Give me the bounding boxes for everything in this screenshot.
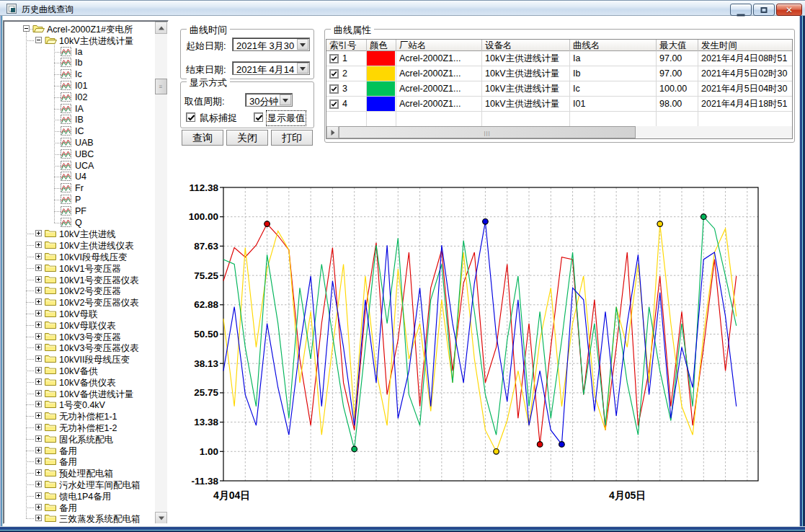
tree-item[interactable]: U4: [4, 171, 159, 182]
table-header-3[interactable]: 设备名: [482, 40, 570, 51]
tree-expander-plus[interactable]: [35, 481, 42, 487]
tree-item[interactable]: Ib: [4, 57, 159, 68]
table-header-5[interactable]: 最大值: [657, 40, 698, 51]
tree-scrollbar[interactable]: ≡: [155, 22, 167, 524]
tree-expander-plus[interactable]: [35, 447, 42, 453]
tree-item[interactable]: 污水处理车间配电箱: [4, 479, 159, 490]
tree-item[interactable]: 10kV2号变压器仪表: [4, 296, 159, 308]
tree-expander-plus[interactable]: [35, 241, 42, 248]
tree-expander-plus[interactable]: [35, 390, 42, 396]
tree-expander-plus[interactable]: [35, 344, 42, 350]
tree-expander-plus[interactable]: [35, 265, 42, 271]
tree-item[interactable]: 10kV备供: [4, 365, 159, 376]
tree-expander-plus[interactable]: [35, 401, 42, 407]
end-date-combo[interactable]: 2021年 4月14: [232, 61, 310, 75]
tree-item[interactable]: IA: [4, 103, 159, 115]
tree-item[interactable]: Q: [4, 217, 159, 229]
maximize-button[interactable]: [753, 4, 775, 16]
tree-expander-plus[interactable]: [35, 424, 42, 430]
tree-item[interactable]: 10kV3号变压器仪表: [4, 342, 159, 353]
start-date-combo[interactable]: 2021年 3月30: [232, 37, 310, 51]
row-checkbox[interactable]: [329, 54, 339, 63]
tree-expander-plus[interactable]: [35, 469, 42, 476]
table-header-4[interactable]: 曲线名: [570, 40, 657, 51]
period-combo[interactable]: 30分钟: [245, 93, 293, 107]
tree-item[interactable]: P: [4, 194, 159, 205]
tree-expander-plus[interactable]: [35, 322, 42, 328]
tree-item[interactable]: 10kV2号变压器: [4, 285, 159, 296]
end-date-dropdown-button[interactable]: [297, 63, 308, 74]
tree-item[interactable]: 10kVI段母线压变: [4, 251, 159, 262]
tree-item[interactable]: 10kV1号变压器: [4, 262, 159, 274]
tree-expander-plus[interactable]: [35, 504, 42, 510]
tree-item[interactable]: 馈电1P4备用: [4, 490, 159, 502]
mouse-capture-checkbox[interactable]: [186, 112, 195, 122]
tree-item[interactable]: 无功补偿柜1-2: [4, 422, 159, 433]
scroll-right-button[interactable]: [326, 126, 339, 138]
tree-item[interactable]: Acrel-2000Z1#变电所: [4, 23, 159, 35]
close-button[interactable]: ✕: [776, 4, 802, 16]
hscrollbar-thumb[interactable]: |||: [339, 126, 636, 138]
tree-expander-plus[interactable]: [35, 298, 42, 305]
tree-item[interactable]: 备用: [4, 456, 159, 467]
tree-item[interactable]: 备用: [4, 445, 159, 456]
tree-expander-plus[interactable]: [35, 492, 42, 499]
tree-item[interactable]: 10kV主供进线仪表: [4, 239, 159, 251]
tree-item[interactable]: PF: [4, 205, 159, 217]
tree-expander-plus[interactable]: [35, 310, 42, 316]
scroll-down-button[interactable]: [155, 512, 167, 524]
tree-item[interactable]: 10kV备供仪表: [4, 376, 159, 388]
query-button[interactable]: 查询: [182, 130, 223, 146]
tree-item[interactable]: 固化系统配电: [4, 433, 159, 445]
tree-item[interactable]: 10kV3号变压器: [4, 331, 159, 342]
tree-expander-plus[interactable]: [35, 412, 42, 419]
period-dropdown-button[interactable]: [280, 94, 291, 105]
table-header-0[interactable]: 索引号: [326, 40, 367, 51]
tree-expander-minus[interactable]: [23, 25, 30, 32]
tree-item[interactable]: UBC: [4, 148, 159, 160]
close-action-button[interactable]: 关闭: [226, 130, 268, 146]
tree-item[interactable]: UCA: [4, 160, 159, 172]
table-header-2[interactable]: 厂站名: [396, 40, 482, 51]
table-header-6[interactable]: 发生时间: [698, 40, 793, 51]
tree-item[interactable]: 三效蒸发系统配电箱: [4, 513, 159, 524]
tree-expander-plus[interactable]: [35, 287, 42, 293]
tree-expander-plus[interactable]: [35, 253, 42, 260]
tree-item[interactable]: IC: [4, 125, 159, 137]
minimize-button[interactable]: [730, 4, 752, 16]
tree-expander-plus[interactable]: [35, 458, 42, 464]
tree-item[interactable]: 10kV备供进线计量: [4, 388, 159, 399]
tree-item[interactable]: Fr: [4, 182, 159, 194]
tree-item[interactable]: Ia: [4, 46, 159, 58]
tree-item[interactable]: 10kV主供进线: [4, 228, 159, 239]
table-hscrollbar[interactable]: |||: [326, 126, 792, 138]
tree-expander-plus[interactable]: [35, 435, 42, 442]
tree-expander-plus[interactable]: [35, 515, 42, 521]
tree-expander-plus[interactable]: [35, 276, 42, 283]
tree-item[interactable]: Ic: [4, 68, 159, 80]
show-extremes-checkbox[interactable]: [254, 112, 263, 122]
tree-item[interactable]: 1号变0.4kV: [4, 399, 159, 410]
tree-expander-minus[interactable]: [35, 37, 42, 43]
row-checkbox[interactable]: [329, 99, 339, 109]
row-checkbox[interactable]: [329, 69, 339, 79]
print-button[interactable]: 打印: [271, 130, 313, 146]
tree-item[interactable]: 10kV母联仪表: [4, 319, 159, 331]
table-header-1[interactable]: 颜色: [367, 40, 396, 51]
tree-expander-plus[interactable]: [35, 333, 42, 340]
tree-item[interactable]: 10kV1号变压器仪表: [4, 274, 159, 285]
tree-expander-plus[interactable]: [35, 378, 42, 385]
scroll-up-button[interactable]: [155, 22, 167, 34]
tree-item[interactable]: I02: [4, 92, 159, 103]
tree-expander-plus[interactable]: [35, 355, 42, 362]
tree-item[interactable]: IB: [4, 114, 159, 125]
tree-expander-plus[interactable]: [35, 367, 42, 373]
scrollbar-thumb[interactable]: ≡: [155, 79, 167, 94]
tree-item[interactable]: 10kV主供进线计量: [4, 35, 159, 46]
tree-item[interactable]: 备用: [4, 502, 159, 513]
tree-item[interactable]: 10kVII段母线压变: [4, 353, 159, 365]
tree-item[interactable]: 无功补偿柜1-1: [4, 410, 159, 422]
tree-item[interactable]: I01: [4, 80, 159, 92]
start-date-dropdown-button[interactable]: [297, 39, 308, 50]
row-checkbox[interactable]: [329, 84, 339, 94]
